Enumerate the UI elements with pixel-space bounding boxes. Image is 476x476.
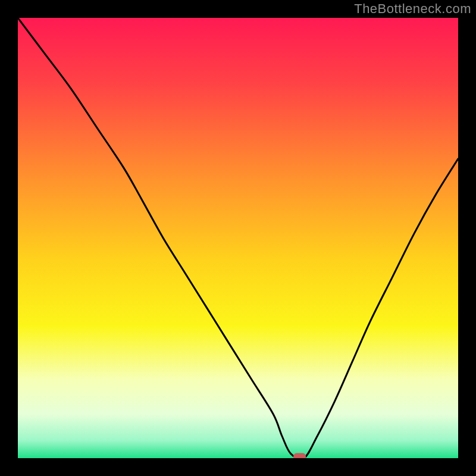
gradient-background — [18, 18, 458, 458]
chart-frame: TheBottleneck.com — [0, 0, 476, 476]
optimal-point-marker — [294, 453, 306, 458]
plot-area — [18, 18, 458, 458]
watermark-text: TheBottleneck.com — [354, 1, 471, 17]
chart-svg — [18, 18, 458, 458]
